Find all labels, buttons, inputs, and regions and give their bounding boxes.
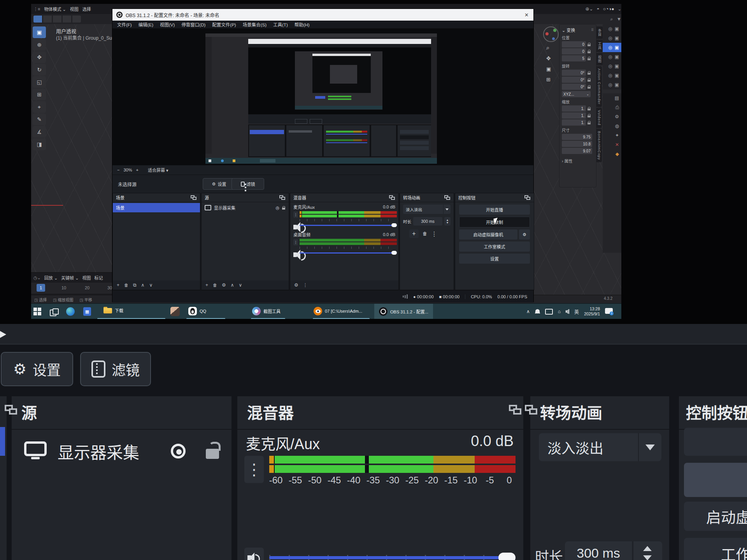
scale-field[interactable]: 1.	[562, 105, 586, 112]
studio-mode-button[interactable]: 工作室模式	[684, 538, 747, 560]
edge-browser-icon[interactable]	[66, 307, 75, 316]
lock-icon[interactable]	[282, 206, 286, 210]
lock-icon[interactable]	[587, 114, 591, 117]
popout-icon[interactable]	[444, 195, 451, 200]
euler-dropdown[interactable]: XYZ...⌄	[562, 91, 591, 97]
eye-icon[interactable]: ◎	[608, 35, 612, 41]
popout-icon[interactable]	[279, 195, 286, 200]
world-icon[interactable]: ◍	[615, 123, 619, 129]
duration-field[interactable]: 300 ms	[565, 541, 632, 560]
obs-menu-item[interactable]: 视图(V)	[160, 21, 175, 28]
obs-titlebar[interactable]: OBS 31.1.2 - 配置文件: 未命名 - 场景: 未命名 ✕	[112, 9, 533, 21]
add-transition-icon[interactable]: +	[409, 229, 419, 238]
duration-field[interactable]: 300 ms	[413, 217, 442, 226]
transition-dropdown[interactable]: 淡入淡出	[539, 433, 661, 461]
desktop-volume-slider[interactable]	[293, 250, 395, 256]
playback-menu[interactable]: 回放 ⌄	[44, 275, 58, 281]
clock[interactable]: 13:282025/9/1	[584, 306, 600, 317]
select-mode-circle-icon[interactable]	[53, 16, 61, 23]
menu-view[interactable]: 视图	[70, 6, 79, 12]
duration-stepper[interactable]: ▲▼	[444, 217, 451, 226]
select-mode-tweak-icon[interactable]	[33, 16, 42, 23]
mic-volume-slider[interactable]	[293, 223, 395, 228]
bell-icon[interactable]	[535, 309, 540, 314]
tool-button[interactable]: ✥	[33, 51, 46, 63]
filter-icon[interactable]: ▼	[617, 16, 621, 22]
mixer-menu-icon[interactable]: ⋮	[303, 282, 308, 288]
drag-handle-icon[interactable]: ⋮	[244, 456, 264, 483]
popout-icon[interactable]	[525, 405, 538, 416]
filters-button-large[interactable]: 滤镜	[80, 352, 151, 386]
camera-icon[interactable]: ▣	[615, 26, 619, 32]
speaker-button[interactable]	[244, 548, 264, 560]
rotation-field[interactable]: 0°	[562, 84, 586, 90]
obs-menu-item[interactable]: 帮助(H)	[295, 21, 310, 28]
global-orientation-icon[interactable]: ⊕⌄	[585, 6, 593, 12]
dimension-field[interactable]: 10.8	[562, 141, 592, 147]
obs-menu-item[interactable]: 工具(T)	[273, 21, 288, 28]
mode-dropdown[interactable]: 物体模式 ⌄	[44, 6, 66, 12]
popout-icon[interactable]	[509, 405, 522, 416]
mixer-gear-icon[interactable]: ⚙	[294, 282, 298, 288]
transform-header[interactable]: ⌄ 变换	[562, 27, 575, 33]
eye-icon[interactable]: ◎	[608, 73, 612, 78]
tool-button[interactable]: ⊞	[33, 89, 46, 100]
scale-field[interactable]: 1.	[562, 112, 586, 119]
studio-mode-button[interactable]: 工作室模式	[459, 242, 530, 252]
lock-icon[interactable]	[587, 121, 591, 124]
camera-icon[interactable]: ▣	[615, 35, 619, 41]
drag-handle-icon[interactable]: ⋮	[293, 239, 298, 245]
drag-handle-icon[interactable]: ⋮	[293, 212, 298, 218]
network-icon[interactable]: ⌂	[558, 309, 561, 314]
obs-menu-item[interactable]: 停靠窗口(D)	[181, 21, 205, 28]
move-view-icon[interactable]: ✥	[546, 55, 551, 61]
start-streaming-button[interactable]	[684, 428, 747, 456]
eye-icon[interactable]: ◎	[608, 45, 612, 50]
npanel-tab[interactable]: 工具	[596, 40, 603, 52]
source-settings-button[interactable]: ⚙设置	[203, 178, 235, 190]
visibility-eye-icon[interactable]	[170, 443, 188, 459]
scene-item-selected[interactable]: 场景	[113, 203, 200, 212]
zoom-in-button[interactable]: +	[136, 168, 138, 172]
npanel-tab[interactable]: BoneAnimCopy	[596, 129, 602, 163]
obs-menu-item[interactable]: 配置文件(P)	[212, 21, 236, 28]
taskbar-avatar[interactable]	[170, 307, 180, 316]
npanel-tab[interactable]: 视图	[596, 53, 603, 65]
remove-icon[interactable]: 🗑	[124, 283, 128, 287]
remove-transition-icon[interactable]: 🗑	[423, 231, 427, 236]
lock-icon[interactable]	[587, 71, 591, 75]
duration-stepper[interactable]	[633, 541, 662, 560]
slider-knob[interactable]	[391, 223, 397, 227]
location-field[interactable]: 5	[562, 55, 586, 61]
npanel-tab[interactable]: Voldend	[596, 108, 602, 128]
select-mode-lasso-icon[interactable]	[63, 16, 71, 23]
add-icon[interactable]: +	[117, 282, 119, 288]
move-down-icon[interactable]: ∨	[149, 282, 153, 288]
move-down-icon[interactable]: ∨	[239, 282, 242, 288]
tool-select-box-active[interactable]: ▣	[33, 26, 46, 38]
taskbar-item-obs-active[interactable]: OBS 31.1.2 - 配置...	[374, 304, 433, 319]
blender-logo-icon[interactable]: ⋮≡	[33, 7, 40, 12]
menu-select[interactable]: 选择	[82, 6, 91, 12]
tool-button[interactable]: ✎	[33, 114, 46, 125]
start-streaming-button[interactable]: 开始直播	[459, 205, 530, 215]
dimension-field[interactable]: 9.75	[562, 134, 592, 140]
notification-icon[interactable]: 1	[605, 308, 614, 315]
start-virtual-camera-button[interactable]: 启动虚拟摄像机	[684, 502, 747, 531]
battery-icon[interactable]	[545, 309, 553, 315]
close-icon[interactable]: ✕	[524, 12, 529, 18]
start-recording-button-hover[interactable]	[684, 463, 747, 497]
virtual-camera-gear-icon[interactable]: ⚙	[519, 229, 530, 240]
eye-icon[interactable]: ◎	[608, 54, 612, 60]
panel-options-icon[interactable]: ⠿	[591, 28, 594, 32]
popout-icon[interactable]	[389, 195, 395, 200]
select-mode-paint-icon[interactable]	[72, 16, 81, 23]
rotation-field[interactable]: 0°	[562, 77, 586, 83]
obs-menu-item[interactable]: 编辑(E)	[139, 21, 153, 28]
lock-icon[interactable]	[587, 43, 591, 46]
clock-icon[interactable]: ◷⌄	[33, 275, 41, 280]
eye-icon[interactable]: ◎	[608, 63, 612, 69]
tool-button[interactable]: ↻	[33, 64, 46, 75]
eye-icon[interactable]: ◎	[608, 82, 612, 88]
tool-button[interactable]: ◱	[33, 76, 46, 88]
